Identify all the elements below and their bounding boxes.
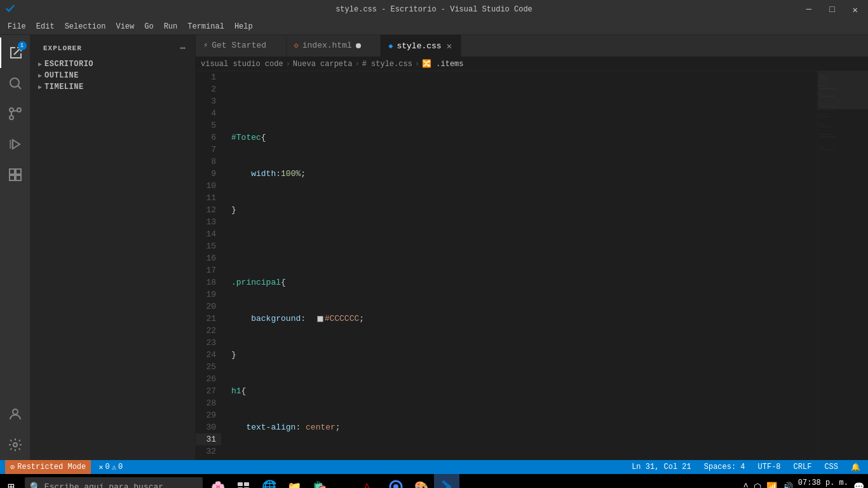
restricted-icon: ⊙	[10, 463, 15, 472]
tab-index-html[interactable]: ◇ index.html ✕	[287, 35, 381, 57]
taskbar-app-store[interactable]: 🛍️	[307, 474, 332, 488]
taskbar-app-canva[interactable]: 🎨	[409, 474, 434, 488]
menu-help[interactable]: Help	[229, 21, 258, 32]
taskbar-app-edge[interactable]: 🌐	[256, 474, 281, 488]
taskbar-app-mail[interactable]: ✉️	[332, 474, 358, 488]
menu-selection[interactable]: Selection	[60, 21, 111, 32]
activity-run-debug[interactable]	[0, 129, 31, 159]
taskbar-center: 🔍 Escribe aquí para buscar 🌸 🌐 📁 🛍️ ✉️ A…	[25, 474, 737, 488]
spaces-label: Spaces: 4	[704, 463, 745, 471]
minimize-button[interactable]: ─	[801, 2, 817, 17]
main-layout: 1 EXPLORER ⋯ ▶ ESCRITOR	[0, 35, 868, 460]
tray-volume[interactable]: 🔊	[781, 480, 794, 489]
tray-wifi[interactable]: 📶	[765, 480, 778, 489]
warning-count: 0	[118, 463, 123, 471]
search-icon: 🔍	[30, 482, 41, 489]
notification-center-icon[interactable]: 💬	[852, 480, 865, 489]
sidebar-item-timeline[interactable]: ▶ TIMELINE	[31, 81, 195, 93]
minimap-slider[interactable]	[818, 71, 868, 109]
svg-point-14	[13, 443, 17, 447]
notification-icon[interactable]: 🔔	[848, 463, 863, 472]
tab-style-css[interactable]: ◆ style.css ✕	[381, 35, 461, 57]
taskbar-app-chrome[interactable]	[383, 474, 409, 488]
window-title: style.css - Escritorio - Visual Studio C…	[336, 5, 532, 14]
indentation[interactable]: Spaces: 4	[702, 463, 748, 471]
warning-icon: ⚠	[112, 463, 116, 472]
get-started-icon: ⚡	[203, 41, 208, 50]
sidebar: EXPLORER ⋯ ▶ ESCRITORIO ▶ OUTLINE ▶ TIME…	[31, 35, 196, 460]
line-ending[interactable]: CRLF	[791, 463, 815, 471]
menu-terminal[interactable]: Terminal	[182, 21, 229, 32]
activity-settings[interactable]	[0, 430, 31, 460]
svg-rect-16	[238, 482, 243, 486]
taskbar-app-explorer[interactable]: 📁	[281, 474, 307, 488]
source-control-badge: 1	[18, 41, 27, 50]
line-numbers: 12345 678910 1112131415 1617181920 21222…	[196, 71, 226, 460]
activity-account[interactable]	[0, 399, 31, 430]
menu-file[interactable]: File	[3, 21, 31, 32]
taskbar-app-cortana[interactable]: 🌸	[205, 474, 231, 488]
clock[interactable]: 07:38 p. m. 28/12/2022	[798, 478, 848, 488]
modified-dot	[356, 43, 361, 48]
vscode-logo-icon	[5, 4, 17, 15]
breadcrumb: visual studio code › Nueva carpeta › # s…	[196, 57, 868, 71]
errors-warnings[interactable]: ✕ 0 ⚠ 0	[96, 463, 125, 472]
language-mode[interactable]: CSS	[822, 463, 841, 471]
svg-text:A: A	[363, 482, 370, 488]
menu-view[interactable]: View	[111, 21, 139, 32]
status-bar: ⊙ Restricted Mode ✕ 0 ⚠ 0 Ln 31, Col 21 …	[0, 460, 868, 474]
activity-extensions[interactable]	[0, 159, 31, 190]
restricted-label: Restricted Mode	[17, 463, 86, 471]
restore-button[interactable]: □	[824, 2, 839, 17]
svg-marker-7	[13, 140, 20, 149]
activity-explorer[interactable]: 1	[0, 37, 31, 68]
tab-get-started-label: Get Started	[212, 41, 266, 50]
svg-line-1	[18, 86, 21, 90]
escritorio-label: ESCRITORIO	[44, 60, 93, 69]
taskbar-search[interactable]: 🔍 Escribe aquí para buscar	[25, 477, 203, 488]
tray-chevron[interactable]: ^	[742, 480, 749, 489]
svg-point-3	[10, 116, 13, 119]
tray-battery[interactable]: ⬡	[752, 480, 763, 489]
breadcrumb-carpeta[interactable]: Nueva carpeta	[293, 60, 353, 69]
menu-edit[interactable]: Edit	[31, 21, 60, 32]
sidebar-item-outline[interactable]: ▶ OUTLINE	[31, 70, 195, 81]
svg-rect-17	[244, 482, 249, 486]
encoding[interactable]: UTF-8	[756, 463, 783, 471]
encoding-label: UTF-8	[758, 463, 781, 471]
code-editor[interactable]: 12345 678910 1112131415 1617181920 21222…	[196, 71, 868, 460]
start-button[interactable]: ⊞	[3, 477, 20, 488]
bell-icon: 🔔	[851, 463, 860, 472]
taskbar-app-adobe[interactable]: A	[358, 474, 383, 488]
tab-style-label: style.css	[397, 41, 441, 51]
svg-rect-9	[10, 169, 15, 174]
sidebar-header-icons[interactable]: ⋯	[179, 41, 187, 55]
tab-get-started[interactable]: ⚡ Get Started ✕	[196, 35, 287, 57]
svg-text:🎨: 🎨	[414, 480, 428, 488]
sidebar-item-escritorio[interactable]: ▶ ESCRITORIO	[31, 58, 195, 70]
window-controls[interactable]: ─ □ ✕	[801, 2, 863, 18]
close-button[interactable]: ✕	[848, 2, 863, 18]
taskbar-app-vscode[interactable]	[434, 474, 459, 488]
tab-index-label: index.html	[302, 41, 352, 50]
breadcrumb-sep-1: ›	[286, 60, 290, 69]
restricted-mode-badge[interactable]: ⊙ Restricted Mode	[5, 460, 91, 474]
activity-source-control[interactable]	[0, 98, 31, 129]
timeline-label: TIMELINE	[44, 83, 84, 92]
taskbar-left: ⊞	[3, 477, 20, 488]
activity-search[interactable]	[0, 68, 31, 98]
title-bar-left	[5, 4, 17, 15]
tab-close-style[interactable]: ✕	[445, 41, 453, 51]
menu-go[interactable]: Go	[139, 21, 158, 32]
search-text: Escribe aquí para buscar	[44, 482, 163, 489]
breadcrumb-symbol[interactable]: 🔀 .items	[422, 59, 463, 69]
new-file-icon[interactable]: ⋯	[179, 41, 187, 55]
title-bar: style.css - Escritorio - Visual Studio C…	[0, 0, 868, 19]
activity-bar: 1	[0, 35, 31, 460]
taskbar-app-taskview[interactable]	[231, 474, 256, 488]
breadcrumb-vscode[interactable]: visual studio code	[201, 60, 283, 69]
code-content[interactable]: #Totec{ width:100%; } .principal{ backgr…	[226, 71, 817, 460]
cursor-position[interactable]: Ln 31, Col 21	[629, 463, 694, 471]
breadcrumb-file[interactable]: # style.css	[362, 60, 412, 69]
menu-run[interactable]: Run	[159, 21, 183, 32]
